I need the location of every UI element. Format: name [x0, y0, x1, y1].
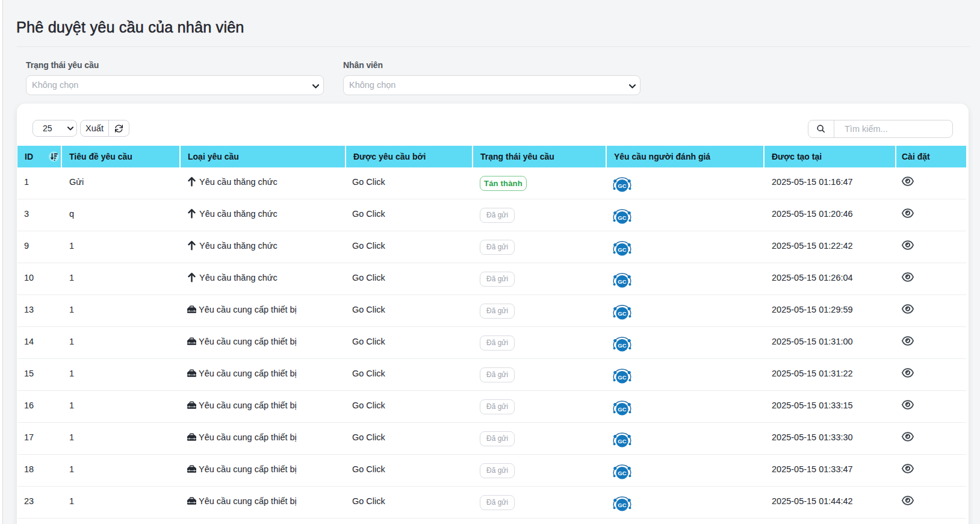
- svg-text:GC: GC: [618, 214, 626, 220]
- svg-text:GC: GC: [618, 373, 626, 380]
- svg-text:GC: GC: [618, 310, 626, 316]
- svg-text:GC: GC: [618, 342, 626, 348]
- svg-text:GC: GC: [618, 405, 626, 412]
- svg-text:GC: GC: [618, 469, 626, 476]
- svg-text:GC: GC: [618, 501, 626, 508]
- svg-text:GC: GC: [618, 437, 626, 444]
- svg-text:GC: GC: [618, 278, 626, 284]
- svg-text:GC: GC: [618, 182, 626, 189]
- svg-text:GC: GC: [618, 246, 626, 252]
